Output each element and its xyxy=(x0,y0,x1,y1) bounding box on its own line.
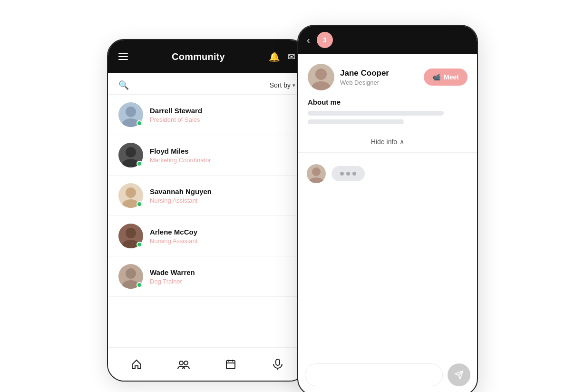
contact-role: President of Sales xyxy=(150,116,202,123)
chat-area xyxy=(298,153,477,248)
message-icon[interactable]: ✉ xyxy=(288,51,295,62)
contact-role: Nursing Assistant xyxy=(150,237,197,245)
contact-info: Savannah Nguyen Nursing Assistant xyxy=(150,187,212,205)
contact-info: Wade Warren Dog Trainer xyxy=(150,268,195,285)
list-item[interactable]: Arlene McCoy Nursing Assistant xyxy=(108,216,306,256)
about-text-line-2 xyxy=(308,119,404,124)
svg-point-4 xyxy=(126,187,136,198)
svg-point-0 xyxy=(126,107,136,117)
notification-icon[interactable]: 🔔 xyxy=(269,51,280,62)
svg-rect-12 xyxy=(226,361,235,369)
svg-point-18 xyxy=(315,69,327,80)
svg-point-19 xyxy=(312,81,331,90)
search-bar: 🔍 Sort by ▾ xyxy=(108,73,306,95)
svg-point-8 xyxy=(126,268,136,279)
community-nav-icon[interactable] xyxy=(174,355,193,374)
avatar-wrap xyxy=(118,143,143,167)
typing-avatar xyxy=(307,164,326,183)
contact-name: Darrell Steward xyxy=(150,106,202,116)
typing-dots xyxy=(332,166,365,181)
avatar-wrap xyxy=(118,264,143,289)
bottom-nav xyxy=(108,347,306,381)
about-label: About me xyxy=(308,98,468,106)
contact-role: Marketing Coordinator xyxy=(150,157,211,164)
contact-name: Savannah Nguyen xyxy=(150,187,212,196)
list-item[interactable]: Savannah Nguyen Nursing Assistant xyxy=(108,176,306,216)
menu-icon[interactable] xyxy=(118,53,128,60)
svg-point-20 xyxy=(312,167,321,176)
online-indicator xyxy=(136,161,142,167)
svg-point-2 xyxy=(126,147,136,157)
contact-name: Floyd Miles xyxy=(150,147,211,156)
online-indicator xyxy=(136,201,142,207)
list-item[interactable]: Floyd Miles Marketing Coordinator xyxy=(108,135,306,176)
svg-point-21 xyxy=(309,177,324,183)
camera-icon: 📹 xyxy=(432,73,440,81)
svg-point-10 xyxy=(179,361,183,365)
contact-name: Arlene McCoy xyxy=(150,227,197,237)
top-bar-right: ‹ 3 xyxy=(298,26,477,54)
profile-text: Jane Cooper Web Designer xyxy=(340,69,389,86)
avatar-wrap xyxy=(118,224,143,248)
svg-point-6 xyxy=(126,228,136,238)
profile-identity: Jane Cooper Web Designer xyxy=(308,64,389,90)
dot-3 xyxy=(352,172,356,176)
online-indicator xyxy=(136,282,142,288)
about-text-line-1 xyxy=(308,111,444,116)
profile-header: Jane Cooper Web Designer 📹 Meet xyxy=(308,64,468,90)
contact-info: Floyd Miles Marketing Coordinator xyxy=(150,147,211,164)
contact-name: Wade Warren xyxy=(150,268,195,277)
contact-info: Arlene McCoy Nursing Assistant xyxy=(150,227,197,245)
calendar-nav-icon[interactable] xyxy=(221,355,240,374)
online-indicator xyxy=(136,120,142,126)
chevron-down-icon: ▾ xyxy=(292,82,295,88)
top-bar-icons: 🔔 ✉ xyxy=(269,51,295,62)
profile-role: Web Designer xyxy=(340,79,389,86)
dot-2 xyxy=(346,172,350,176)
online-indicator xyxy=(136,242,142,247)
top-bar-left: Community 🔔 ✉ xyxy=(108,40,306,73)
profile-section: Jane Cooper Web Designer 📹 Meet About me… xyxy=(298,54,477,153)
meet-label: Meet xyxy=(444,73,459,81)
mic-nav-icon[interactable] xyxy=(268,355,287,374)
search-icon: 🔍 xyxy=(118,80,129,90)
back-button[interactable]: ‹ xyxy=(307,35,310,46)
sort-by-button[interactable]: Sort by ▾ xyxy=(270,81,295,89)
dot-1 xyxy=(340,172,344,176)
avatar-wrap xyxy=(118,102,143,127)
svg-rect-16 xyxy=(276,359,280,365)
list-item[interactable]: Wade Warren Dog Trainer xyxy=(108,256,306,297)
hide-info-label: Hide info xyxy=(371,138,397,146)
typing-indicator xyxy=(307,164,468,183)
search-left: 🔍 xyxy=(118,80,129,90)
avatar-wrap xyxy=(118,183,143,208)
send-button[interactable] xyxy=(448,363,470,386)
contact-role: Dog Trainer xyxy=(150,278,195,285)
profile-name: Jane Cooper xyxy=(340,69,389,78)
message-input[interactable] xyxy=(305,363,443,386)
list-item[interactable]: Darrell Steward President of Sales xyxy=(108,95,306,135)
sort-by-label: Sort by xyxy=(270,81,291,89)
hide-info-button[interactable]: Hide info ∧ xyxy=(308,133,468,152)
profile-avatar xyxy=(308,64,334,90)
chevron-up-icon: ∧ xyxy=(400,138,404,146)
about-section: About me xyxy=(308,98,468,133)
community-title: Community xyxy=(172,51,225,62)
meet-button[interactable]: 📹 Meet xyxy=(424,69,468,86)
right-phone: ‹ 3 Jane Cooper Web Designer xyxy=(297,25,478,392)
contact-role: Nursing Assistant xyxy=(150,197,212,204)
contact-info: Darrell Steward President of Sales xyxy=(150,106,202,124)
contact-list: Darrell Steward President of Sales Floyd xyxy=(108,95,306,297)
notification-badge: 3 xyxy=(317,32,333,48)
svg-point-11 xyxy=(184,361,188,365)
home-nav-icon[interactable] xyxy=(127,355,146,374)
left-phone: Community 🔔 ✉ 🔍 Sort by ▾ xyxy=(107,39,307,382)
message-input-bar xyxy=(305,363,470,386)
